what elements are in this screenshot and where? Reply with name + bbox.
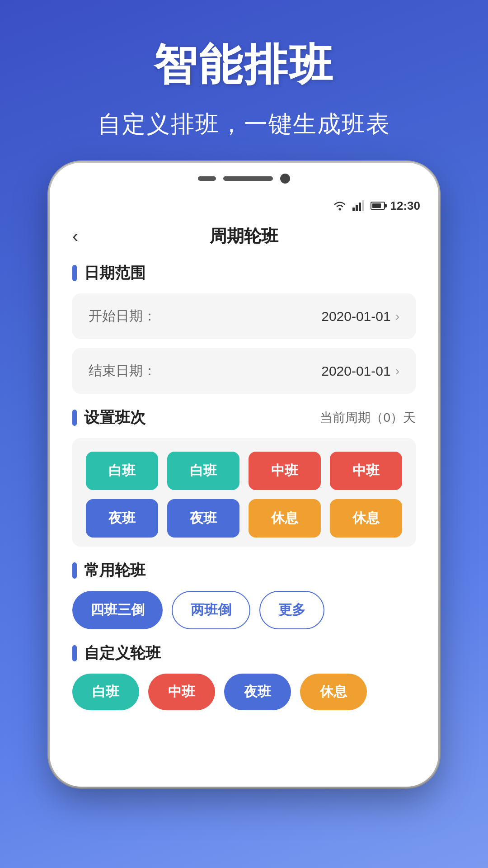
notch-speaker-large [223, 176, 273, 181]
hero-title: 智能排班 [18, 36, 470, 95]
custom-rotation-section: 自定义轮班 白班中班夜班休息 [72, 643, 416, 710]
shift-setting-extra: 当前周期（0）天 [320, 409, 416, 426]
end-date-value-wrap: 2020-01-01 › [321, 363, 399, 379]
hero-subtitle: 自定义排班，一键生成班表 [18, 108, 470, 140]
status-bar: 12:30 [50, 194, 438, 217]
nav-bar: ‹ 周期轮班 [72, 226, 416, 246]
shift-setting-header: 设置班次 当前周期（0）天 [72, 407, 416, 428]
notch-camera [280, 174, 290, 184]
back-button[interactable]: ‹ [72, 226, 99, 246]
shift-btn-7[interactable]: 休息 [330, 499, 402, 538]
common-btn-1[interactable]: 两班倒 [172, 591, 250, 629]
phone-notch [198, 174, 290, 184]
svg-rect-3 [359, 203, 361, 211]
custom-btn-1[interactable]: 中班 [148, 674, 215, 710]
shift-btn-6[interactable]: 休息 [249, 499, 321, 538]
svg-rect-4 [362, 200, 364, 211]
start-date-field[interactable]: 开始日期： 2020-01-01 › [72, 293, 416, 339]
status-time: 12:30 [390, 199, 421, 213]
section-dot-custom [72, 645, 77, 661]
shift-btn-5[interactable]: 夜班 [167, 499, 239, 538]
phone-wrapper: 12:30 ‹ 周期轮班 日期范围 开始日期： 2020-01-01 › [0, 163, 488, 787]
signal-icon [352, 200, 365, 211]
common-rotation-buttons: 四班三倒两班倒更多 [72, 591, 416, 629]
common-rotation-title: 常用轮班 [84, 560, 416, 581]
start-date-value-wrap: 2020-01-01 › [321, 309, 399, 324]
phone-notch-bar [50, 163, 438, 194]
section-dot-shift [72, 410, 77, 426]
wifi-icon [333, 200, 347, 211]
date-range-title: 日期范围 [84, 263, 416, 283]
svg-point-0 [338, 208, 341, 211]
svg-rect-2 [356, 205, 358, 211]
common-btn-2[interactable]: 更多 [259, 591, 324, 629]
end-date-label: 结束日期： [89, 362, 156, 380]
custom-rotation-header: 自定义轮班 [72, 643, 416, 664]
svg-rect-1 [352, 208, 355, 211]
section-dot-common [72, 562, 77, 579]
shift-btn-3[interactable]: 中班 [330, 452, 402, 490]
shift-btn-4[interactable]: 夜班 [86, 499, 158, 538]
custom-btn-0[interactable]: 白班 [72, 674, 139, 710]
start-date-chevron: › [395, 309, 399, 324]
shift-setting-title: 设置班次 [84, 407, 320, 428]
phone-frame: 12:30 ‹ 周期轮班 日期范围 开始日期： 2020-01-01 › [50, 163, 438, 787]
date-range-header: 日期范围 [72, 263, 416, 283]
common-btn-0[interactable]: 四班三倒 [72, 591, 163, 629]
custom-btn-2[interactable]: 夜班 [224, 674, 291, 710]
custom-btn-3[interactable]: 休息 [300, 674, 367, 710]
shift-grid: 白班白班中班中班夜班夜班休息休息 [86, 452, 402, 538]
hero-section: 智能排班 自定义排班，一键生成班表 [0, 0, 488, 163]
notch-speaker-small [198, 176, 216, 181]
app-content: ‹ 周期轮班 日期范围 开始日期： 2020-01-01 › 结束日期： 202… [50, 217, 438, 746]
shift-btn-0[interactable]: 白班 [86, 452, 158, 490]
end-date-chevron: › [395, 364, 399, 378]
common-rotation-header: 常用轮班 [72, 560, 416, 581]
common-rotation-section: 常用轮班 四班三倒两班倒更多 [72, 560, 416, 629]
custom-rotation-title: 自定义轮班 [84, 643, 416, 664]
battery-icon [371, 202, 385, 210]
page-title: 周期轮班 [210, 225, 278, 248]
shift-btn-1[interactable]: 白班 [167, 452, 239, 490]
section-dot-date [72, 265, 77, 281]
end-date-value: 2020-01-01 [321, 363, 390, 379]
start-date-label: 开始日期： [89, 307, 156, 326]
end-date-field[interactable]: 结束日期： 2020-01-01 › [72, 348, 416, 394]
shift-btn-2[interactable]: 中班 [249, 452, 321, 490]
start-date-value: 2020-01-01 [321, 309, 390, 324]
custom-rotation-buttons: 白班中班夜班休息 [72, 674, 416, 710]
shift-container: 白班白班中班中班夜班夜班休息休息 [72, 438, 416, 547]
